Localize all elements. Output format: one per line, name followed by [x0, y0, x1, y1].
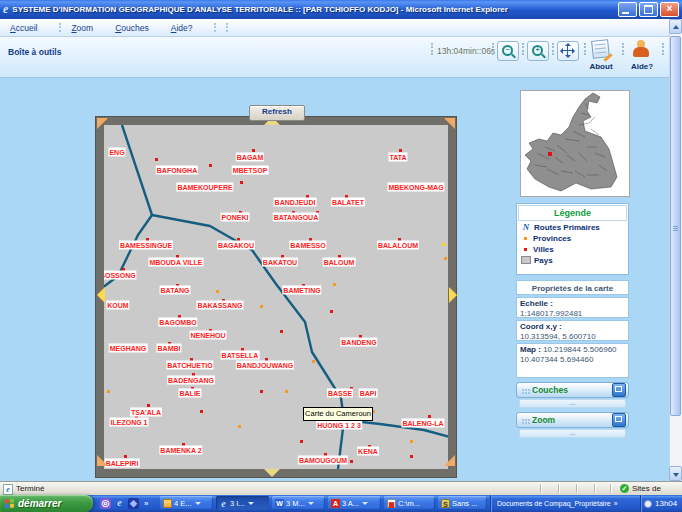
pan-corner-topright[interactable]: [444, 118, 455, 129]
ville-dot: [350, 460, 353, 463]
img-icon: ▦: [387, 499, 396, 508]
task-group-dropdown-icon[interactable]: [248, 502, 254, 505]
map-city-label: BANDJOUWANG: [236, 361, 294, 370]
app-icon: S: [441, 499, 450, 508]
docs-toolbar[interactable]: Documents de Compaq_Propriétaire »: [490, 495, 638, 512]
pan-corner-bottomright[interactable]: [444, 455, 455, 466]
taskbar-task-ie[interactable]: e3 I...: [216, 496, 269, 510]
map-city-label: MBEKONG-MAG: [387, 183, 444, 192]
menu-bar: AccueilZoomCouchesAide?: [0, 19, 682, 37]
word-icon: W: [275, 499, 284, 508]
pan-left-arrow[interactable]: [97, 287, 105, 303]
scale-box: Echelle : 1:148017.992481: [516, 297, 629, 318]
menu-item-accueil[interactable]: Accueil: [10, 23, 37, 33]
pan-button[interactable]: [557, 41, 579, 61]
menu-item-couches[interactable]: Couches: [115, 23, 149, 33]
taskbar-task-folder[interactable]: 4 E...: [160, 496, 213, 510]
route-line-icon: N: [521, 223, 531, 232]
map-city-label: BAMESSO: [289, 241, 326, 250]
map-city-label: BAGAKOU: [217, 241, 255, 250]
menu-item-aide[interactable]: Aide?: [171, 23, 193, 33]
map-city-label: SOSSONG: [104, 271, 137, 280]
taskbar-task-pdf[interactable]: A3 A...: [328, 496, 381, 510]
task-label: 3 I...: [230, 499, 245, 508]
scale-value: 1:148017.992481: [520, 309, 582, 318]
couches-panel-footer[interactable]: ...: [519, 399, 626, 408]
close-button[interactable]: ×: [660, 2, 679, 17]
map-city-label: BAMEKOUPERE: [176, 183, 233, 192]
toolbar: Boîte à outils 13h:04min::06s − + About …: [0, 37, 682, 78]
map-city-label: BAMOUGOUM: [298, 456, 348, 465]
province-dot: [333, 283, 336, 286]
couches-panel-bar[interactable]: Couches: [516, 382, 629, 398]
province-dot: [216, 290, 219, 293]
province-dot: [410, 440, 413, 443]
window-title: SYSTEME D'INFORMATION GEOGRAPHIQUE D'ANA…: [12, 5, 616, 14]
quicklaunch-book-icon[interactable]: ◆: [128, 498, 139, 509]
about-button[interactable]: [589, 39, 613, 59]
province-dot: [107, 390, 110, 393]
map-city-label: BAMENKA 2: [159, 446, 202, 455]
coord-label: Coord x,y :: [520, 322, 562, 331]
clock-icon: [644, 500, 652, 508]
taskbar: démarrer ◎ e ◆ » 4 E...e3 I...W3 M...A3 …: [0, 495, 682, 512]
map-city-label: BANDJEUDI: [274, 198, 317, 207]
task-group-dropdown-icon[interactable]: [362, 502, 368, 505]
couches-collapse-button[interactable]: [612, 383, 626, 397]
zoom-panel-footer[interactable]: ...: [519, 429, 626, 438]
task-group-dropdown-icon[interactable]: [308, 502, 314, 505]
map-city-label: BATANGOUA: [273, 213, 319, 222]
province-dot: [442, 243, 445, 246]
start-label: démarrer: [18, 498, 61, 509]
ville-dot-icon: [524, 248, 527, 251]
scroll-down-button[interactable]: [669, 466, 682, 481]
zoom-in-button[interactable]: +: [527, 41, 549, 61]
pan-right-arrow[interactable]: [449, 287, 457, 303]
map-city-label: BASSE: [327, 389, 353, 398]
help-button[interactable]: [630, 39, 654, 59]
ville-dot: [155, 158, 158, 161]
cameroon-shape-icon: [521, 91, 629, 196]
task-group-dropdown-icon[interactable]: [195, 502, 201, 505]
scrollbar-thumb[interactable]: [670, 36, 681, 416]
page-icon: e: [3, 484, 13, 495]
pan-down-arrow[interactable]: [264, 469, 280, 477]
primary-road: [152, 215, 344, 469]
legend-item: Provinces: [518, 232, 627, 243]
scale-label: Echelle :: [520, 299, 553, 308]
zoom-out-button[interactable]: −: [497, 41, 519, 61]
quicklaunch-ie-icon[interactable]: e: [114, 498, 125, 509]
ville-dot: [200, 410, 203, 413]
taskbar-task-app[interactable]: SSans ...: [438, 496, 487, 510]
ville-dot: [280, 330, 283, 333]
restore-button[interactable]: [639, 2, 658, 17]
map-city-label: PONEKI: [221, 213, 250, 222]
ville-dot: [240, 181, 243, 184]
zoom-panel-bar[interactable]: Zoom: [516, 412, 629, 428]
map-city-label: BAFONGHA: [156, 166, 198, 175]
taskbar-task-word[interactable]: W3 M...: [272, 496, 325, 510]
quicklaunch-app-icon[interactable]: ◎: [100, 498, 111, 509]
zoom-collapse-button[interactable]: [612, 413, 626, 427]
aide-label: Aide?: [629, 62, 655, 71]
pan-corner-bottomleft[interactable]: [97, 455, 108, 466]
scroll-up-button[interactable]: [669, 19, 682, 34]
refresh-button[interactable]: Refresh: [249, 105, 305, 121]
minimize-button[interactable]: [618, 2, 637, 17]
quicklaunch-overflow-chevron[interactable]: »: [144, 495, 148, 512]
menu-separator: [59, 23, 61, 32]
menu-item-zoom[interactable]: Zoom: [71, 23, 93, 33]
roads-layer: [104, 125, 448, 469]
overview-map[interactable]: [520, 90, 630, 197]
start-button[interactable]: démarrer: [0, 495, 93, 512]
map-city-label: KENA: [357, 447, 379, 456]
docs-overflow-chevron[interactable]: »: [614, 500, 618, 507]
map-tooltip: Carte du Cameroun: [303, 407, 373, 421]
map-properties-title: Propriétés de la carte: [516, 280, 629, 295]
province-dot: [238, 425, 241, 428]
taskbar-task-img[interactable]: ▦C:\m...: [384, 496, 435, 510]
pan-corner-topleft[interactable]: [97, 118, 108, 129]
toolbox-title: Boîte à outils: [8, 47, 61, 57]
task-label: 3 M...: [286, 499, 305, 508]
map-viewport[interactable]: ENGBAFONGHABAGAMTATAMBETSOPBAMEKOUPEREMB…: [104, 125, 448, 469]
